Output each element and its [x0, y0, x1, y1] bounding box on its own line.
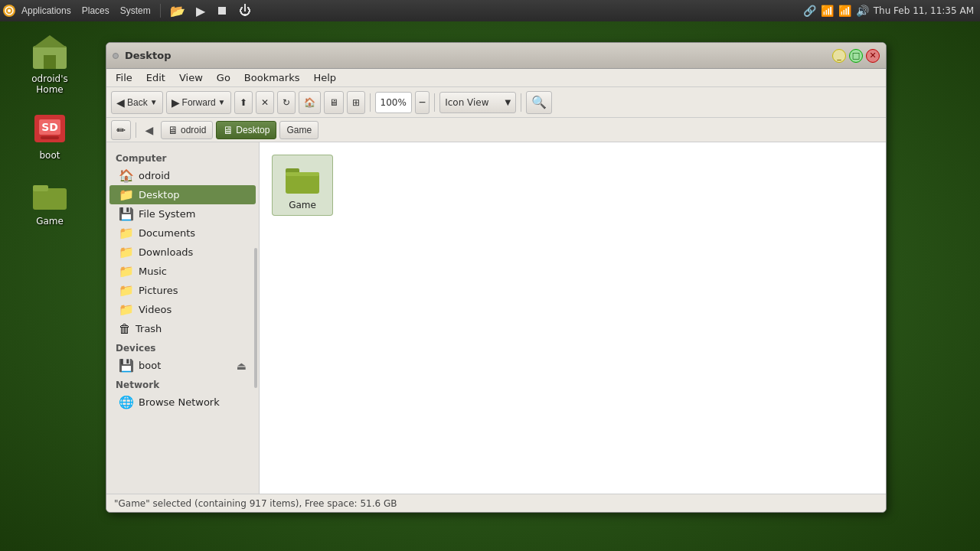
desktop-folder-icon: 🖥 — [223, 124, 234, 136]
sidebar-item-documents[interactable]: 📁 Documents — [109, 223, 256, 243]
menu-view[interactable]: View — [173, 70, 209, 85]
breadcrumb-game[interactable]: Game — [279, 121, 318, 139]
play-quick[interactable]: ▶ — [191, 2, 210, 19]
open-new-icon: ⊞ — [352, 97, 360, 108]
reload-icon: ↻ — [283, 97, 290, 108]
sidebar-item-boot[interactable]: 💾 boot ⏏ — [109, 356, 256, 375]
game-folder-icon — [30, 174, 70, 214]
places-menu[interactable]: Places — [77, 2, 114, 19]
desktop-area: odroid's Home SD boot Game — [0, 21, 100, 551]
game-file-label: Game — [289, 200, 316, 210]
breadcrumb-desktop[interactable]: 🖥 Desktop — [216, 121, 276, 139]
prev-location-button[interactable]: ◀ — [141, 122, 158, 139]
edit-location-button[interactable]: ✏ — [111, 120, 131, 140]
desktop-sidebar-icon: 📁 — [119, 187, 134, 202]
titlebar-controls: _ □ ✕ — [832, 49, 880, 63]
back-icon: ◀ — [116, 96, 125, 109]
maximize-button[interactable]: □ — [849, 49, 863, 63]
open-in-new-button[interactable]: ⊞ — [347, 91, 365, 114]
computer-button[interactable]: 🖥 — [324, 91, 344, 114]
toolbar: ◀ Back ▼ ▶ Forward ▼ ⬆ ✕ ↻ 🏠 🖥 ⊞ 100% — [106, 87, 886, 118]
sidebar-section-network: Network — [106, 375, 259, 393]
up-icon: ⬆ — [240, 97, 247, 108]
stop-quick[interactable]: ⏹ — [211, 2, 233, 19]
toolbar-sep-2 — [434, 93, 435, 112]
menu-edit[interactable]: Edit — [140, 70, 172, 85]
svg-rect-8 — [41, 136, 59, 139]
sidebar-item-odroid[interactable]: 🏠 odroid — [109, 166, 256, 185]
file-view[interactable]: Game — [260, 142, 886, 494]
titlebar: Desktop _ □ ✕ — [106, 43, 886, 69]
odroid-folder-icon: 🖥 — [168, 124, 178, 136]
forward-icon: ▶ — [172, 96, 180, 109]
applications-menu[interactable]: Applications — [17, 2, 76, 19]
desktop-icon-game[interactable]: Game — [15, 171, 84, 230]
system-icon — [3, 5, 15, 17]
boot-label: boot — [39, 150, 60, 161]
home-button[interactable]: 🏠 — [299, 91, 321, 114]
svg-rect-13 — [286, 172, 319, 176]
desktop-icon-boot[interactable]: SD boot — [15, 106, 84, 164]
svg-rect-4 — [44, 55, 56, 69]
game-folder-file-icon — [284, 160, 321, 197]
taskbar-wifi-icon: 📶 — [838, 5, 851, 17]
desktop-icon-odroid-home[interactable]: odroid's Home — [15, 29, 84, 98]
sidebar-item-videos[interactable]: 📁 Videos — [109, 300, 256, 319]
sidebar-item-downloads[interactable]: 📁 Downloads — [109, 243, 256, 262]
taskbar-time: Thu Feb 11, 11:35 AM — [874, 5, 974, 16]
home-icon: 🏠 — [304, 97, 315, 108]
sidebar-item-filesystem[interactable]: 💾 File System — [109, 204, 256, 223]
file-manager-quick[interactable]: 📂 — [165, 2, 190, 19]
music-sidebar-icon: 📁 — [119, 264, 134, 279]
stop-icon: ✕ — [261, 97, 269, 108]
search-button[interactable]: 🔍 — [526, 91, 552, 114]
menu-go[interactable]: Go — [211, 70, 237, 85]
forward-dropdown-icon: ▼ — [218, 98, 226, 106]
taskbar-separator — [160, 4, 161, 18]
taskbar-left: Applications Places System 📂 ▶ ⏹ ⏻ — [3, 2, 802, 19]
filesystem-sidebar-icon: 💾 — [119, 207, 134, 221]
stop-button[interactable]: ✕ — [256, 91, 274, 114]
menu-help[interactable]: Help — [307, 70, 342, 85]
zoom-display: 100% — [375, 92, 412, 113]
close-button[interactable]: ✕ — [866, 49, 880, 63]
svg-rect-9 — [33, 188, 67, 210]
power-quick[interactable]: ⏻ — [234, 2, 256, 19]
forward-button[interactable]: ▶ Forward ▼ — [166, 91, 231, 114]
pictures-sidebar-icon: 📁 — [119, 283, 134, 298]
breadcrumb-odroid[interactable]: 🖥 odroid — [161, 121, 213, 139]
sidebar-section-computer: Computer — [106, 148, 259, 166]
zoom-out-button[interactable]: − — [415, 91, 430, 114]
sidebar-section-devices: Devices — [106, 338, 259, 356]
minimize-button[interactable]: _ — [832, 49, 846, 63]
sidebar: Computer 🏠 odroid 📁 Desktop 💾 File Syste… — [106, 142, 260, 494]
odroid-home-icon — [30, 32, 70, 72]
videos-sidebar-icon: 📁 — [119, 302, 134, 317]
trash-sidebar-icon: 🗑 — [119, 321, 131, 336]
status-text: "Game" selected (containing 917 items), … — [114, 498, 397, 509]
taskbar-bluetooth-icon: 📶 — [821, 5, 834, 17]
sidebar-scrollbar[interactable] — [254, 248, 257, 389]
up-button[interactable]: ⬆ — [234, 91, 253, 114]
system-menu[interactable]: System — [116, 2, 155, 19]
sidebar-item-browse-network[interactable]: 🌐 Browse Network — [109, 393, 256, 412]
menu-bookmarks[interactable]: Bookmarks — [238, 70, 306, 85]
reload-button[interactable]: ↻ — [277, 91, 296, 114]
file-icon-game[interactable]: Game — [272, 155, 333, 216]
svg-rect-10 — [33, 185, 48, 191]
back-button[interactable]: ◀ Back ▼ — [111, 91, 163, 114]
sidebar-item-music[interactable]: 📁 Music — [109, 262, 256, 281]
view-selector[interactable]: Icon View ▼ — [439, 92, 516, 113]
eject-icon[interactable]: ⏏ — [237, 360, 247, 372]
menu-file[interactable]: File — [109, 70, 139, 85]
downloads-sidebar-icon: 📁 — [119, 245, 134, 259]
view-dropdown-icon: ▼ — [505, 98, 511, 106]
loc-separator — [136, 122, 136, 138]
toolbar-sep-3 — [521, 93, 521, 112]
sidebar-item-pictures[interactable]: 📁 Pictures — [109, 281, 256, 300]
sidebar-item-trash[interactable]: 🗑 Trash — [109, 319, 256, 338]
sidebar-item-desktop[interactable]: 📁 Desktop — [109, 185, 256, 204]
locationbar: ✏ ◀ 🖥 odroid 🖥 Desktop Game — [106, 118, 886, 142]
svg-text:SD: SD — [41, 121, 58, 133]
statusbar: "Game" selected (containing 917 items), … — [106, 494, 886, 512]
